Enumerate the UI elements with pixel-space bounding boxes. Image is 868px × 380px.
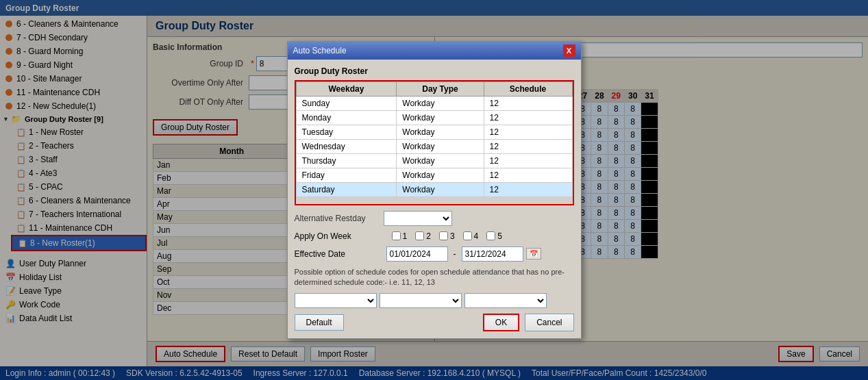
modal-schedule-3: 12 — [484, 139, 572, 153]
check-week2[interactable] — [415, 231, 424, 240]
modal-overlay: Auto Schedule X Group Duty Roster Weekda… — [0, 0, 868, 380]
modal-schedule-6: 12 — [484, 182, 572, 197]
modal-note: Possible option of schedule codes for op… — [295, 267, 574, 288]
modal-schedule-1: 12 — [484, 110, 572, 125]
modal-dropdown-3[interactable] — [464, 293, 547, 308]
modal-table-header-row: Weekday Day Type Schedule — [296, 81, 572, 96]
modal-day-type-5: Workday — [397, 168, 484, 182]
date-separator: - — [454, 249, 456, 259]
modal-title-text: Auto Schedule — [293, 46, 347, 55]
modal-table-row-2: Tuesday Workday 12 — [296, 125, 572, 139]
effective-date-row: Effective Date - 📅 — [295, 246, 574, 262]
modal-table-row-6: Saturday Workday 12 — [296, 182, 572, 197]
modal-day-type-0: Workday — [397, 96, 484, 110]
alt-restday-select[interactable] — [384, 211, 452, 226]
effective-date-label: Effective Date — [295, 249, 384, 259]
modal-day-type-2: Workday — [397, 125, 484, 139]
modal-schedule-4: 12 — [484, 153, 572, 168]
modal-section-label: Group Duty Roster — [295, 66, 574, 76]
modal-dropdown-1[interactable] — [295, 293, 377, 308]
modal-day-type-3: Workday — [397, 139, 484, 153]
modal-right-btns: OK Cancel — [483, 314, 574, 331]
check-week4-label: 4 — [474, 231, 479, 241]
check-week3-label: 3 — [450, 231, 455, 241]
modal-col-weekday: Weekday — [296, 81, 397, 96]
alt-restday-label: Alternative Restday — [295, 214, 384, 223]
modal-day-type-1: Workday — [397, 110, 484, 125]
modal-day-type-4: Workday — [397, 153, 484, 168]
modal-table-row-1: Monday Workday 12 — [296, 110, 572, 125]
modal-day-type-6: Workday — [397, 182, 484, 197]
apply-on-week-label: Apply On Week — [295, 231, 384, 241]
checkbox-week2: 2 — [415, 231, 431, 241]
modal-dropdown-row — [295, 293, 574, 308]
modal-cancel-button[interactable]: Cancel — [525, 314, 573, 331]
effective-date-from[interactable] — [386, 246, 448, 262]
modal-titlebar: Auto Schedule X — [288, 42, 581, 60]
check-week5-label: 5 — [497, 231, 502, 241]
check-week5[interactable] — [486, 231, 495, 240]
modal-col-day-type: Day Type — [397, 81, 484, 96]
modal-weekday-3: Wednesday — [296, 139, 397, 153]
modal-schedule-table: Weekday Day Type Schedule Sunday Workday… — [296, 81, 573, 197]
modal-table-row-4: Thursday Workday 12 — [296, 153, 572, 168]
effective-date-to[interactable] — [462, 246, 523, 262]
checkbox-week4: 4 — [463, 231, 479, 241]
modal-weekday-6: Saturday — [296, 182, 397, 197]
modal-weekday-0: Sunday — [296, 96, 397, 110]
modal-close-button[interactable]: X — [563, 45, 575, 57]
checkbox-week3: 3 — [439, 231, 455, 241]
date-picker-btn[interactable]: 📅 — [526, 248, 541, 259]
modal-schedule-0: 12 — [484, 96, 572, 110]
modal-weekday-1: Monday — [296, 110, 397, 125]
modal-schedule-5: 12 — [484, 168, 572, 182]
modal-btn-row: Default OK Cancel — [295, 314, 574, 331]
modal-table-wrapper: Weekday Day Type Schedule Sunday Workday… — [295, 80, 574, 205]
modal-weekday-5: Friday — [296, 168, 397, 182]
alt-restday-row: Alternative Restday — [295, 211, 574, 226]
auto-schedule-modal: Auto Schedule X Group Duty Roster Weekda… — [287, 41, 582, 340]
check-week3[interactable] — [439, 231, 448, 240]
modal-tbody: Sunday Workday 12 Monday Workday 12 Tues… — [296, 96, 572, 197]
check-week4[interactable] — [463, 231, 472, 240]
modal-body: Group Duty Roster Weekday Day Type Sched… — [288, 60, 581, 339]
modal-weekday-4: Thursday — [296, 153, 397, 168]
modal-table-row-3: Wednesday Workday 12 — [296, 139, 572, 153]
check-week2-label: 2 — [426, 231, 431, 241]
modal-table-row-5: Friday Workday 12 — [296, 168, 572, 182]
checkbox-week1: 1 — [392, 231, 408, 241]
modal-schedule-2: 12 — [484, 125, 572, 139]
modal-ok-button[interactable]: OK — [483, 314, 519, 331]
check-week1[interactable] — [392, 231, 401, 240]
modal-col-schedule: Schedule — [484, 81, 572, 96]
modal-default-button[interactable]: Default — [295, 314, 344, 331]
modal-weekday-2: Tuesday — [296, 125, 397, 139]
modal-dropdown-2[interactable] — [380, 293, 462, 308]
modal-table-row-0: Sunday Workday 12 — [296, 96, 572, 110]
check-week1-label: 1 — [403, 231, 408, 241]
apply-on-week-row: Apply On Week 1 2 3 4 — [295, 231, 574, 241]
checkbox-week5: 5 — [486, 231, 502, 241]
